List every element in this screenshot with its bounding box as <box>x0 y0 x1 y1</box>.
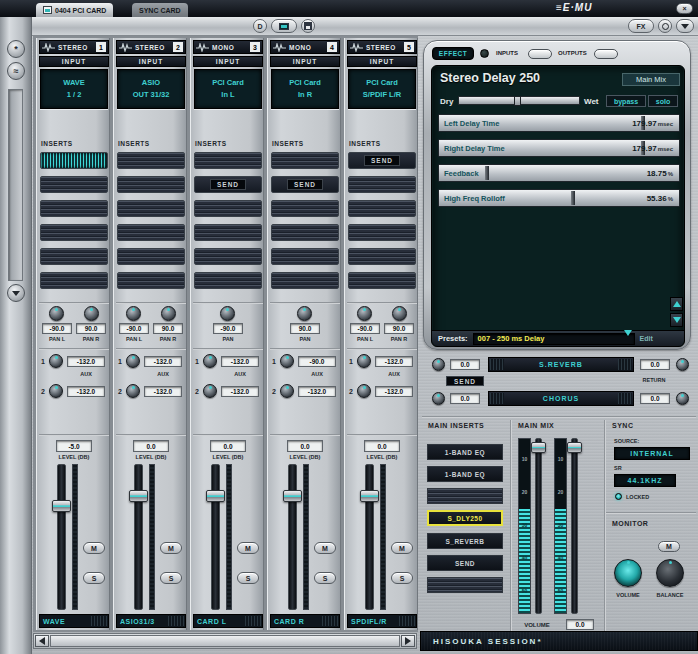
aux2-knob[interactable] <box>357 384 371 398</box>
fader-handle[interactable] <box>283 490 302 502</box>
sync-source-button[interactable]: INTERNAL <box>614 447 690 460</box>
solo-button[interactable]: S <box>314 572 336 584</box>
fader-handle[interactable] <box>206 490 225 502</box>
dry-wet-slider[interactable] <box>458 96 580 105</box>
insert-slot-meter[interactable] <box>40 152 108 169</box>
pan-left-knob[interactable] <box>357 306 372 321</box>
main-fader-track-left[interactable] <box>535 438 542 614</box>
input-select-button[interactable]: PCI Card In R <box>271 69 339 109</box>
param-slider-feedback[interactable]: Feedback 18.75% <box>438 164 680 182</box>
effect-button[interactable]: EFFECT <box>432 47 474 60</box>
insert-slot-empty[interactable] <box>348 224 416 241</box>
sample-rate-button[interactable]: 44.1KHZ <box>614 474 676 487</box>
solo-button[interactable]: S <box>391 572 413 584</box>
aux2-knob[interactable] <box>49 384 63 398</box>
insert-slot-empty[interactable] <box>348 176 416 193</box>
main-insert-slot-empty[interactable] <box>427 577 503 593</box>
rail-track[interactable] <box>8 89 23 281</box>
insert-slot-empty[interactable] <box>40 200 108 217</box>
fader-track[interactable] <box>134 464 143 610</box>
mute-button[interactable]: M <box>237 542 259 554</box>
monitor-balance-knob[interactable] <box>656 559 684 587</box>
preset-select[interactable]: 007 - 250 ms Delay <box>473 333 635 345</box>
pan-right-knob[interactable] <box>392 306 407 321</box>
insert-slot-empty[interactable] <box>271 200 339 217</box>
fx-button[interactable]: FX <box>628 19 654 33</box>
mute-button[interactable]: M <box>83 542 105 554</box>
pan-knob[interactable] <box>297 306 312 321</box>
aux1-send-knob[interactable] <box>432 358 445 371</box>
insert-slot-send[interactable]: SEND <box>348 152 416 169</box>
scroll-down-button[interactable] <box>670 313 683 327</box>
insert-slot-empty[interactable] <box>348 272 416 289</box>
aux2-knob[interactable] <box>126 384 140 398</box>
fader-track[interactable] <box>365 464 374 610</box>
aux2-insert[interactable]: CHORUS <box>488 391 634 406</box>
main-insert-slot[interactable]: 1-BAND EQ <box>427 444 503 460</box>
save-session-button[interactable] <box>301 19 315 33</box>
mute-button[interactable]: M <box>160 542 182 554</box>
dry-wet-handle[interactable] <box>514 96 521 106</box>
input-select-button[interactable]: ASIO OUT 31/32 <box>117 69 185 109</box>
outputs-button[interactable] <box>594 49 618 59</box>
scribble-strip[interactable]: WAVE <box>39 614 109 628</box>
bypass-button[interactable]: bypass <box>606 95 646 107</box>
pan-knob[interactable] <box>220 306 235 321</box>
insert-slot-send[interactable]: SEND <box>194 176 262 193</box>
inputs-button[interactable] <box>528 49 552 59</box>
main-fader-track-right[interactable] <box>571 438 578 614</box>
power-button[interactable] <box>658 19 672 33</box>
horizontal-scrollbar[interactable] <box>33 633 417 649</box>
solo-button[interactable]: S <box>160 572 182 584</box>
param-slider-left-delay[interactable]: Left Delay Time 179.97msec <box>438 114 680 132</box>
fx-solo-button[interactable]: solo <box>648 95 678 107</box>
insert-slot-empty[interactable] <box>117 200 185 217</box>
insert-slot-empty[interactable] <box>117 272 185 289</box>
pan-right-knob[interactable] <box>84 306 99 321</box>
insert-slot-empty[interactable] <box>117 224 185 241</box>
monitor-volume-knob[interactable] <box>614 559 642 587</box>
monitor-mute-button[interactable]: M <box>658 541 680 552</box>
menu-button[interactable] <box>676 19 694 33</box>
insert-slot-empty[interactable] <box>194 200 262 217</box>
solo-button[interactable]: S <box>237 572 259 584</box>
main-insert-slot[interactable]: SEND <box>427 555 503 571</box>
main-insert-slot[interactable]: 1-BAND EQ <box>427 466 503 482</box>
insert-slot-empty[interactable] <box>348 248 416 265</box>
scribble-strip[interactable]: SPDIFL/R <box>347 614 417 628</box>
main-fader-handle-right[interactable] <box>567 442 582 453</box>
fader-track[interactable] <box>57 464 66 610</box>
aux1-return-knob[interactable] <box>676 358 689 371</box>
output-bus-select[interactable]: Main Mix <box>622 73 680 86</box>
insert-slot-send[interactable]: SEND <box>271 176 339 193</box>
preset-edit-link[interactable]: Edit <box>640 335 653 342</box>
aux2-send-knob[interactable] <box>432 392 445 405</box>
main-insert-slot-selected[interactable]: S_DLY250 <box>427 510 503 526</box>
input-select-button[interactable]: PCI Card In L <box>194 69 262 109</box>
scribble-strip[interactable]: ASIO31/3 <box>116 614 186 628</box>
insert-slot-empty[interactable] <box>271 224 339 241</box>
fader-handle[interactable] <box>129 490 148 502</box>
insert-slot-empty[interactable] <box>40 224 108 241</box>
scroll-right-button[interactable] <box>401 635 415 647</box>
aux1-knob[interactable] <box>280 354 294 368</box>
slider-handle[interactable] <box>571 191 575 205</box>
main-insert-slot[interactable]: S_REVERB <box>427 533 503 549</box>
mute-button[interactable]: M <box>391 542 413 554</box>
scribble-strip[interactable]: CARD R <box>270 614 340 628</box>
aux1-insert[interactable]: S.REVERB <box>488 357 634 372</box>
main-insert-slot-empty[interactable] <box>427 488 503 504</box>
insert-slot-empty[interactable] <box>117 176 185 193</box>
insert-slot-empty[interactable] <box>194 248 262 265</box>
aux2-return-knob[interactable] <box>676 392 689 405</box>
scrollbar-thumb[interactable] <box>50 635 400 647</box>
solo-button[interactable]: S <box>83 572 105 584</box>
aux2-knob[interactable] <box>203 384 217 398</box>
tab-sync-card[interactable]: SYNC CARD <box>132 3 188 17</box>
slider-handle[interactable] <box>485 166 489 180</box>
scroll-down-rail-button[interactable] <box>7 284 25 302</box>
insert-slot-empty[interactable] <box>40 248 108 265</box>
input-select-button[interactable]: WAVE 1 / 2 <box>40 69 108 109</box>
input-select-button[interactable]: PCI Card S/PDIF L/R <box>348 69 416 109</box>
aux2-knob[interactable] <box>280 384 294 398</box>
